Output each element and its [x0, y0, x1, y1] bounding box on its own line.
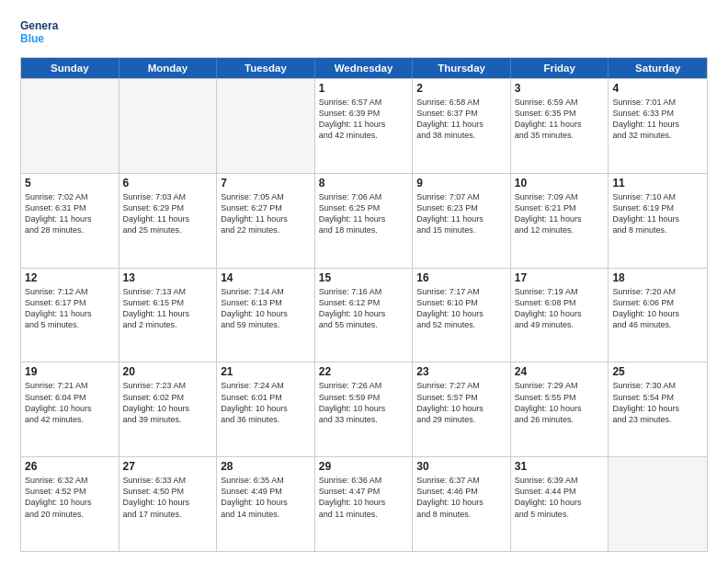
day-info: Sunrise: 6:35 AM Sunset: 4:49 PM Dayligh…	[221, 475, 311, 520]
day-info: Sunrise: 7:19 AM Sunset: 6:08 PM Dayligh…	[515, 286, 605, 331]
day-cell-23: 23Sunrise: 7:27 AM Sunset: 5:57 PM Dayli…	[413, 362, 511, 456]
day-info: Sunrise: 7:20 AM Sunset: 6:06 PM Dayligh…	[612, 286, 703, 331]
day-info: Sunrise: 7:13 AM Sunset: 6:15 PM Dayligh…	[123, 286, 213, 331]
day-number: 18	[612, 271, 703, 284]
day-info: Sunrise: 7:30 AM Sunset: 5:54 PM Dayligh…	[612, 380, 703, 425]
day-cell-7: 7Sunrise: 7:05 AM Sunset: 6:27 PM Daylig…	[217, 174, 315, 268]
day-info: Sunrise: 6:58 AM Sunset: 6:37 PM Dayligh…	[416, 97, 506, 142]
empty-cell	[217, 79, 315, 173]
day-cell-12: 12Sunrise: 7:12 AM Sunset: 6:17 PM Dayli…	[21, 269, 119, 362]
week-row-2: 5Sunrise: 7:02 AM Sunset: 6:31 PM Daylig…	[21, 173, 707, 268]
day-info: Sunrise: 6:57 AM Sunset: 6:39 PM Dayligh…	[319, 97, 409, 142]
day-number: 4	[612, 82, 703, 95]
day-cell-29: 29Sunrise: 6:36 AM Sunset: 4:47 PM Dayli…	[315, 457, 414, 551]
day-cell-30: 30Sunrise: 6:37 AM Sunset: 4:46 PM Dayli…	[413, 457, 511, 551]
day-cell-22: 22Sunrise: 7:26 AM Sunset: 5:59 PM Dayli…	[315, 362, 414, 456]
day-cell-20: 20Sunrise: 7:23 AM Sunset: 6:02 PM Dayli…	[119, 362, 218, 456]
day-info: Sunrise: 7:12 AM Sunset: 6:17 PM Dayligh…	[25, 286, 115, 331]
day-info: Sunrise: 7:06 AM Sunset: 6:25 PM Dayligh…	[319, 191, 409, 236]
day-cell-13: 13Sunrise: 7:13 AM Sunset: 6:15 PM Dayli…	[119, 269, 218, 362]
day-number: 14	[221, 271, 311, 284]
day-info: Sunrise: 7:09 AM Sunset: 6:21 PM Dayligh…	[515, 191, 605, 236]
day-info: Sunrise: 7:17 AM Sunset: 6:10 PM Dayligh…	[416, 286, 506, 331]
day-number: 24	[515, 365, 605, 378]
day-info: Sunrise: 7:21 AM Sunset: 6:04 PM Dayligh…	[25, 380, 115, 425]
day-cell-6: 6Sunrise: 7:03 AM Sunset: 6:29 PM Daylig…	[119, 174, 218, 268]
day-number: 2	[416, 82, 506, 95]
day-info: Sunrise: 7:26 AM Sunset: 5:59 PM Dayligh…	[319, 380, 409, 425]
day-info: Sunrise: 6:37 AM Sunset: 4:46 PM Dayligh…	[416, 475, 506, 520]
day-cell-16: 16Sunrise: 7:17 AM Sunset: 6:10 PM Dayli…	[413, 269, 511, 362]
day-info: Sunrise: 7:16 AM Sunset: 6:12 PM Dayligh…	[319, 286, 409, 331]
day-info: Sunrise: 7:05 AM Sunset: 6:27 PM Dayligh…	[221, 191, 311, 236]
day-cell-24: 24Sunrise: 7:29 AM Sunset: 5:55 PM Dayli…	[511, 362, 609, 456]
day-header-wednesday: Wednesday	[315, 58, 414, 78]
day-cell-26: 26Sunrise: 6:32 AM Sunset: 4:52 PM Dayli…	[21, 457, 119, 551]
day-number: 20	[123, 365, 213, 378]
day-info: Sunrise: 6:36 AM Sunset: 4:47 PM Dayligh…	[319, 475, 409, 520]
week-row-5: 26Sunrise: 6:32 AM Sunset: 4:52 PM Dayli…	[21, 456, 707, 551]
day-number: 13	[123, 271, 213, 284]
week-row-4: 19Sunrise: 7:21 AM Sunset: 6:04 PM Dayli…	[21, 362, 707, 456]
day-cell-18: 18Sunrise: 7:20 AM Sunset: 6:06 PM Dayli…	[609, 269, 707, 362]
day-info: Sunrise: 7:27 AM Sunset: 5:57 PM Dayligh…	[416, 380, 506, 425]
empty-cell	[119, 79, 218, 173]
day-info: Sunrise: 6:39 AM Sunset: 4:44 PM Dayligh…	[515, 475, 605, 520]
empty-cell	[21, 79, 119, 173]
day-number: 22	[319, 365, 409, 378]
day-info: Sunrise: 7:03 AM Sunset: 6:29 PM Dayligh…	[123, 191, 213, 236]
day-cell-5: 5Sunrise: 7:02 AM Sunset: 6:31 PM Daylig…	[21, 174, 119, 268]
day-number: 23	[416, 365, 506, 378]
calendar-body: 1Sunrise: 6:57 AM Sunset: 6:39 PM Daylig…	[21, 78, 707, 551]
calendar: SundayMondayTuesdayWednesdayThursdayFrid…	[20, 57, 708, 552]
day-info: Sunrise: 7:07 AM Sunset: 6:23 PM Dayligh…	[416, 191, 506, 236]
day-number: 1	[319, 82, 409, 95]
day-cell-4: 4Sunrise: 7:01 AM Sunset: 6:33 PM Daylig…	[609, 79, 707, 173]
day-number: 30	[416, 460, 506, 473]
day-number: 6	[123, 177, 213, 190]
day-cell-21: 21Sunrise: 7:24 AM Sunset: 6:01 PM Dayli…	[217, 362, 315, 456]
svg-text:Blue: Blue	[20, 32, 44, 45]
day-info: Sunrise: 7:10 AM Sunset: 6:19 PM Dayligh…	[612, 191, 703, 236]
day-number: 21	[221, 365, 311, 378]
svg-text:General: General	[20, 19, 59, 32]
day-info: Sunrise: 6:59 AM Sunset: 6:35 PM Dayligh…	[515, 97, 605, 142]
day-number: 12	[25, 271, 115, 284]
logo: General Blue	[20, 17, 59, 50]
logo-svg: General Blue	[20, 17, 59, 50]
day-number: 3	[515, 82, 605, 95]
day-number: 17	[515, 271, 605, 284]
day-cell-27: 27Sunrise: 6:33 AM Sunset: 4:50 PM Dayli…	[119, 457, 218, 551]
page: General Blue SundayMondayTuesdayWednesda…	[0, 0, 728, 563]
day-header-monday: Monday	[119, 58, 218, 78]
day-number: 11	[612, 177, 703, 190]
day-info: Sunrise: 7:14 AM Sunset: 6:13 PM Dayligh…	[221, 286, 311, 331]
day-info: Sunrise: 7:02 AM Sunset: 6:31 PM Dayligh…	[25, 191, 115, 236]
day-number: 16	[416, 271, 506, 284]
empty-cell	[609, 457, 707, 551]
day-cell-19: 19Sunrise: 7:21 AM Sunset: 6:04 PM Dayli…	[21, 362, 119, 456]
day-number: 19	[25, 365, 115, 378]
day-header-thursday: Thursday	[413, 58, 511, 78]
day-number: 10	[515, 177, 605, 190]
day-number: 29	[319, 460, 409, 473]
day-cell-10: 10Sunrise: 7:09 AM Sunset: 6:21 PM Dayli…	[511, 174, 609, 268]
day-cell-17: 17Sunrise: 7:19 AM Sunset: 6:08 PM Dayli…	[511, 269, 609, 362]
day-cell-11: 11Sunrise: 7:10 AM Sunset: 6:19 PM Dayli…	[609, 174, 707, 268]
day-info: Sunrise: 6:33 AM Sunset: 4:50 PM Dayligh…	[123, 475, 213, 520]
day-cell-2: 2Sunrise: 6:58 AM Sunset: 6:37 PM Daylig…	[413, 79, 511, 173]
day-header-tuesday: Tuesday	[217, 58, 315, 78]
day-header-friday: Friday	[511, 58, 609, 78]
day-cell-28: 28Sunrise: 6:35 AM Sunset: 4:49 PM Dayli…	[217, 457, 315, 551]
day-number: 9	[416, 177, 506, 190]
week-row-3: 12Sunrise: 7:12 AM Sunset: 6:17 PM Dayli…	[21, 268, 707, 362]
day-number: 8	[319, 177, 409, 190]
day-number: 28	[221, 460, 311, 473]
day-cell-14: 14Sunrise: 7:14 AM Sunset: 6:13 PM Dayli…	[217, 269, 315, 362]
header: General Blue	[20, 17, 708, 50]
day-number: 15	[319, 271, 409, 284]
day-header-saturday: Saturday	[609, 58, 707, 78]
day-cell-25: 25Sunrise: 7:30 AM Sunset: 5:54 PM Dayli…	[609, 362, 707, 456]
day-number: 31	[515, 460, 605, 473]
day-header-sunday: Sunday	[21, 58, 119, 78]
